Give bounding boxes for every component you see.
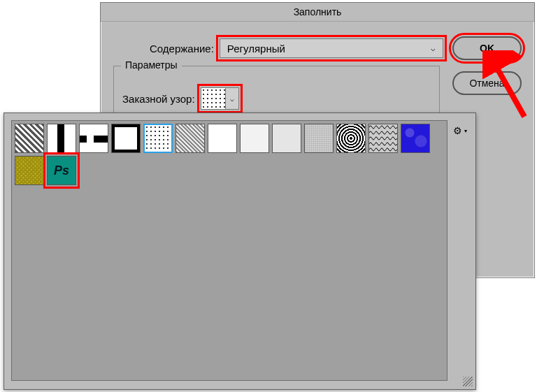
cancel-button[interactable]: Отмена (452, 71, 522, 95)
pattern-row: Заказной узор: ⌵ (122, 87, 239, 110)
content-label: Содержание: (150, 43, 214, 55)
content-select-value: Регулярный (227, 43, 285, 55)
swatch-light-gray-2[interactable] (272, 124, 301, 153)
swatch-concentric-squares[interactable] (336, 124, 366, 153)
swatch-ps-logo[interactable]: Ps (47, 156, 76, 185)
swatch-yellow-noise[interactable] (15, 156, 44, 185)
swatch-noise[interactable] (304, 124, 334, 153)
swatch-grid: Ps (11, 120, 448, 381)
resize-handle-icon[interactable] (463, 377, 473, 386)
panel-options-button[interactable]: ⚙▾ (453, 124, 466, 137)
ok-button[interactable]: OK (452, 36, 522, 60)
content-row: Содержание: Регулярный ⌵ (150, 38, 443, 58)
swatch-diagonal-stripes-2[interactable] (176, 124, 205, 153)
swatch-diagonal-stripes-1[interactable] (15, 124, 44, 153)
chevron-down-icon: ⌵ (431, 44, 436, 53)
content-select[interactable]: Регулярный ⌵ (220, 38, 443, 58)
gear-icon: ⚙ (453, 125, 462, 136)
swatch-horizontal-bars[interactable] (79, 124, 108, 153)
swatch-light-gray-1[interactable] (240, 124, 269, 153)
pattern-label: Заказной узор: (122, 93, 195, 105)
swatch-dot-grid[interactable] (143, 124, 173, 153)
pattern-picker-trigger[interactable]: ⌵ (201, 87, 239, 110)
swatch-wavy[interactable] (368, 124, 398, 153)
swatch-square-frame[interactable] (111, 124, 141, 153)
pattern-picker-panel: ⚙▾ Ps (3, 112, 476, 390)
swatch-block-black-on-white[interactable] (47, 124, 76, 153)
chevron-down-icon: ▾ (464, 128, 467, 134)
swatch-white[interactable] (208, 124, 237, 153)
current-pattern-swatch (201, 87, 226, 110)
options-legend: Параметры (121, 59, 182, 71)
swatch-blue-texture[interactable] (401, 124, 430, 153)
chevron-down-icon[interactable]: ⌵ (226, 87, 239, 110)
dialog-title: Заполнить (101, 3, 534, 22)
